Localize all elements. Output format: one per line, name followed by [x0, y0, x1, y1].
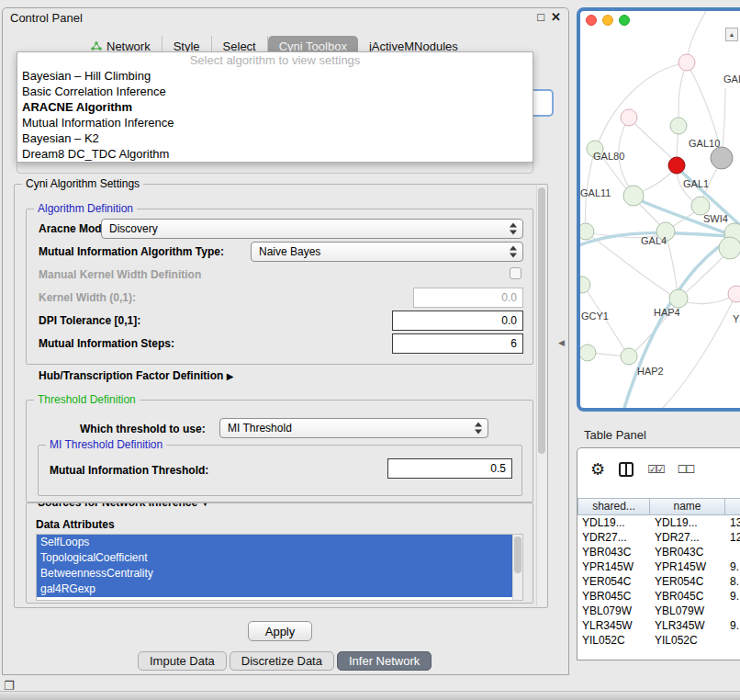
mi-type-value: Naive Bayes	[259, 245, 320, 258]
column-header-name[interactable]: name	[650, 498, 725, 515]
gear-icon[interactable]: ⚙	[590, 461, 605, 478]
table-row[interactable]: YBR043CYBR043C	[577, 545, 740, 559]
network-edge[interactable]	[597, 62, 687, 147]
network-node[interactable]	[580, 277, 590, 293]
mi-steps-field[interactable]: 6	[392, 333, 523, 354]
which-threshold-select[interactable]: MI Threshold	[219, 418, 488, 438]
tab-discretize-data[interactable]: Discretize Data	[230, 651, 334, 671]
tab-impute-data[interactable]: Impute Data	[138, 651, 227, 671]
table-cell	[725, 545, 740, 559]
zoom-traffic-light[interactable]	[619, 15, 630, 26]
network-node[interactable]	[621, 348, 637, 365]
algorithm-option[interactable]: Bayesian – K2	[17, 130, 533, 146]
attribute-item[interactable]: SelfLoops	[37, 535, 522, 550]
select-all-checkboxes-icon[interactable]: ☑☑	[647, 463, 664, 476]
table-row[interactable]: YDR27...YDR27...12	[577, 530, 740, 545]
aracne-mode-value: Discovery	[109, 222, 158, 235]
column-header-shared[interactable]: shared...	[577, 498, 650, 515]
mi-steps-value: 6	[510, 337, 517, 350]
network-node[interactable]	[669, 289, 688, 308]
table-row[interactable]: YLR345WYLR345W9.	[577, 618, 740, 633]
table-row[interactable]: YDL19...YDL19...13	[577, 515, 740, 530]
splitter-collapse-icon[interactable]: ◀	[558, 338, 565, 347]
which-threshold-label: Which threshold to use:	[80, 423, 206, 435]
table-row[interactable]: YBR045CYBR045C9.	[577, 589, 740, 604]
settings-scrollbar-thumb[interactable]	[538, 187, 545, 454]
columns-icon[interactable]	[619, 462, 633, 477]
kernel-width-field[interactable]: 0.0	[413, 288, 523, 308]
table-row[interactable]: YBL079WYBL079W	[577, 604, 740, 618]
attribute-item[interactable]: gal4RGexp	[37, 581, 522, 597]
algorithm-option[interactable]: Mutual Information Inference	[17, 115, 533, 130]
algorithm-option[interactable]: Bayesian – Hill Climbing	[17, 68, 533, 84]
apply-button-label: Apply	[265, 625, 296, 638]
minimize-traffic-light[interactable]	[602, 15, 613, 26]
table-cell: YDR27...	[577, 530, 650, 545]
table-cell: 9.	[725, 559, 740, 574]
table-panel-title: Table Panel	[584, 428, 646, 442]
network-node[interactable]	[580, 223, 594, 240]
manual-kernel-checkbox[interactable]	[510, 267, 521, 279]
data-attributes-items: SelfLoopsTopologicalCoefficientBetweenne…	[37, 535, 522, 597]
table-row[interactable]: YIL052CYIL052C	[577, 633, 740, 648]
network-node[interactable]	[728, 286, 740, 302]
dpi-tolerance-field[interactable]: 0.0	[392, 310, 523, 331]
network-node[interactable]	[691, 197, 710, 215]
mi-threshold-field[interactable]: 0.5	[387, 458, 512, 479]
attribute-item[interactable]: TopologicalCoefficient	[37, 550, 522, 566]
sources-title: Sources for Network Inference	[38, 502, 197, 509]
mi-type-label: Mutual Information Algorithm Type:	[39, 245, 224, 258]
network-node[interactable]	[711, 147, 733, 169]
threshold-definition-title: Threshold Definition	[34, 393, 140, 406]
tab-label: Infer Network	[349, 654, 420, 668]
bottom-tabstrip: Impute Data Discretize Data Infer Networ…	[138, 651, 432, 671]
attributes-scrollbar[interactable]	[512, 535, 522, 600]
combo-arrows-icon	[510, 246, 518, 258]
network-scroll-up-button[interactable]: ▲	[725, 28, 738, 41]
threshold-definition-group: Threshold Definition Which threshold to …	[26, 400, 533, 502]
algorithm-option[interactable]: ARACNE Algorithm	[17, 99, 533, 115]
table-cell: YLR345W	[577, 618, 650, 633]
control-panel-titlebar: Control Panel □ ✕	[3, 8, 568, 28]
control-panel-window: Control Panel □ ✕ Network Style Select C…	[2, 7, 569, 675]
network-node[interactable]	[580, 344, 596, 361]
mi-type-select[interactable]: Naive Bayes	[251, 242, 523, 262]
table-cell: YBR043C	[650, 545, 725, 559]
attributes-scrollbar-thumb[interactable]	[514, 536, 521, 573]
table-cell: YBL079W	[650, 604, 725, 618]
node-label: GCY1	[581, 310, 609, 322]
apply-button[interactable]: Apply	[248, 621, 312, 641]
close-window-icon[interactable]: ✕	[551, 10, 561, 24]
algorithm-option[interactable]: Basic Correlation Inference	[17, 84, 533, 99]
tab-infer-network[interactable]: Infer Network	[337, 651, 432, 671]
table-cell: YPR145W	[650, 559, 725, 574]
attribute-item[interactable]: BetweennessCentrality	[37, 566, 522, 581]
network-view-window: ▲ GALGAL80GAL10GAL11GAL1SWI4GAL4GCY1HAP4…	[577, 7, 740, 412]
network-node[interactable]	[668, 157, 685, 174]
settings-scrollbar[interactable]	[536, 186, 546, 606]
column-header-extra[interactable]	[725, 498, 740, 515]
network-edge[interactable]	[629, 118, 675, 162]
hub-section-toggle[interactable]: Hub/Transcription Factor Definition ▶	[39, 369, 233, 382]
network-edge[interactable]	[687, 11, 709, 61]
close-traffic-light[interactable]	[586, 15, 597, 26]
algorithm-popup-placeholder: Select algorithm to view settings	[17, 52, 533, 68]
network-node[interactable]	[678, 54, 695, 71]
table-row[interactable]: YPR145WYPR145W9.	[577, 559, 740, 574]
table-row[interactable]: YER054CYER054C8.	[577, 574, 740, 589]
network-canvas[interactable]: GALGAL80GAL10GAL11GAL1SWI4GAL4GCY1HAP4HA…	[580, 11, 740, 408]
table-cell: 9.	[725, 589, 740, 604]
network-node[interactable]	[670, 118, 687, 134]
network-edge[interactable]	[666, 233, 678, 296]
network-node[interactable]	[623, 186, 644, 206]
network-node[interactable]	[719, 237, 740, 259]
deselect-all-checkboxes-icon[interactable]: ☐☐	[678, 463, 694, 476]
sources-group-toggle[interactable]: Sources for Network Inference ▼	[34, 502, 213, 509]
table-cell: YBR043C	[577, 545, 650, 559]
aracne-mode-select[interactable]: Discovery	[101, 219, 523, 239]
network-node[interactable]	[621, 109, 637, 126]
algorithm-option[interactable]: Dream8 DC_TDC Algorithm	[17, 146, 533, 162]
restore-window-icon[interactable]: □	[537, 10, 544, 24]
table-cell	[725, 604, 740, 618]
network-edge[interactable]	[678, 62, 687, 125]
